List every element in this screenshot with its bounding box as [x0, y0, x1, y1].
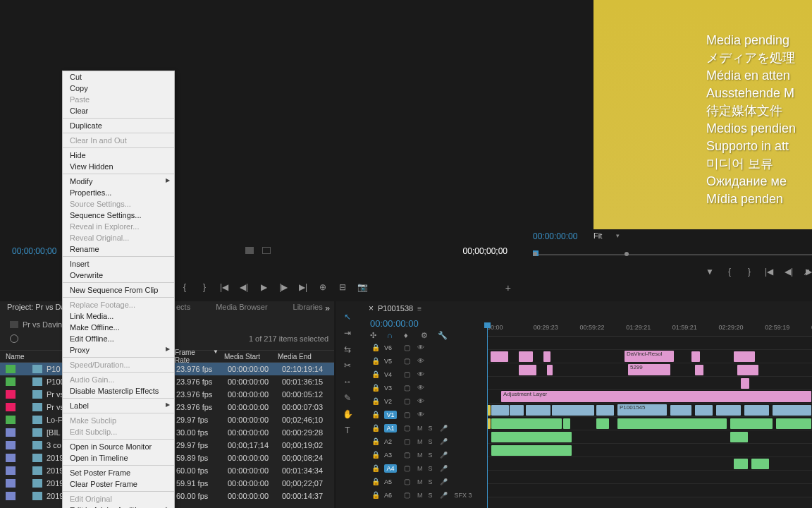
menu-item[interactable]: Set Poster Frame — [63, 467, 174, 478]
snap-icon[interactable]: ✣ — [370, 331, 380, 341]
timeline-clip[interactable] — [730, 432, 748, 442]
timeline-track[interactable] — [487, 484, 812, 497]
timeline-clip[interactable] — [751, 459, 769, 469]
menu-item[interactable]: Sequence Settings... — [63, 210, 174, 221]
solo-button[interactable]: S — [429, 438, 433, 445]
timeline-clip[interactable] — [552, 405, 594, 416]
fit-dropdown[interactable]: Fit ▾ — [593, 231, 620, 240]
video-track-header[interactable]: 🔒V3▢👁 — [366, 381, 486, 394]
source-view-btn-2[interactable] — [262, 247, 271, 254]
link-icon[interactable]: ∩ — [387, 331, 397, 341]
export-frame-icon[interactable]: ↗ — [803, 267, 811, 277]
slip-tool-icon[interactable]: ↔ — [342, 376, 353, 387]
lock-icon[interactable]: 🔒 — [371, 424, 380, 432]
timeline-clip[interactable] — [526, 405, 550, 416]
eye-icon[interactable]: 👁 — [417, 357, 424, 365]
lock-icon[interactable]: 🔒 — [371, 478, 380, 485]
source-plus-icon[interactable]: + — [505, 282, 511, 294]
timeline-track[interactable] — [487, 377, 812, 390]
track-id[interactable]: A5 — [384, 478, 397, 485]
lock-icon[interactable]: 🔒 — [371, 491, 380, 499]
timeline-clip[interactable] — [730, 418, 773, 429]
toggle-output-icon[interactable]: ▢ — [404, 491, 410, 499]
go-to-in-icon[interactable]: |◀ — [764, 267, 774, 277]
step-back-icon[interactable]: ◀| — [239, 282, 249, 292]
timeline-clip[interactable]: 5299 — [628, 364, 670, 375]
menu-item[interactable]: Modify▶ — [63, 176, 174, 187]
menu-item[interactable]: Make Offline... — [63, 322, 174, 333]
razor-tool-icon[interactable]: ✂ — [342, 360, 353, 371]
timeline-canvas[interactable]: 00:0000:29:2300:59:2201:29:2101:59:2102:… — [487, 322, 812, 508]
menu-item[interactable]: Edit Offline... — [63, 333, 174, 344]
solo-button[interactable]: S — [429, 452, 433, 459]
mic-icon[interactable]: 🎤 — [440, 465, 448, 472]
col-media-start[interactable]: Media Start — [219, 353, 272, 361]
track-id[interactable]: A6 — [384, 492, 397, 499]
timeline-clip[interactable] — [734, 351, 755, 362]
lock-icon[interactable]: 🔒 — [371, 384, 380, 392]
menu-item[interactable]: Clear — [63, 105, 174, 116]
lock-icon[interactable]: 🔒 — [371, 411, 380, 418]
menu-item[interactable]: Cut — [63, 71, 174, 83]
timeline-track[interactable] — [487, 457, 812, 471]
menu-item[interactable]: Label▶ — [63, 400, 174, 411]
timeline-clip[interactable] — [695, 365, 703, 375]
eye-icon[interactable]: 👁 — [417, 344, 424, 351]
menu-item[interactable]: Open in Source Monitor — [63, 441, 174, 452]
menu-item[interactable]: Duplicate — [63, 120, 174, 131]
mute-button[interactable]: M — [417, 492, 423, 499]
lock-icon[interactable]: 🔒 — [371, 464, 380, 472]
toggle-output-icon[interactable]: ▢ — [404, 411, 410, 418]
type-tool-icon[interactable]: T — [342, 425, 353, 436]
timeline-clip[interactable] — [491, 418, 562, 429]
lock-icon[interactable]: 🔒 — [371, 451, 380, 459]
mark-in-icon[interactable]: { — [725, 267, 734, 277]
timeline-clip[interactable]: Adjustment Layer — [501, 391, 811, 402]
menu-item[interactable]: Edit in Adobe Audition▶ — [63, 504, 174, 508]
track-id[interactable]: V1 — [384, 411, 397, 419]
timeline-ruler[interactable]: 00:0000:29:2300:59:2201:29:2101:59:2102:… — [487, 322, 812, 337]
toggle-output-icon[interactable]: ▢ — [404, 424, 410, 432]
timeline-clip[interactable] — [716, 405, 741, 416]
mic-icon[interactable]: 🎤 — [440, 425, 448, 432]
timeline-track[interactable] — [487, 471, 812, 484]
toggle-output-icon[interactable]: ▢ — [404, 437, 410, 445]
step-back-icon[interactable]: ◀| — [784, 267, 794, 277]
video-track-header[interactable]: 🔒V6▢👁 — [366, 341, 486, 354]
timeline-track[interactable] — [487, 417, 812, 430]
video-track-header[interactable]: 🔒V4▢👁 — [366, 368, 486, 381]
go-to-in-icon[interactable]: |◀ — [219, 282, 229, 292]
timeline-track[interactable]: DaVinci-Resol — [487, 350, 812, 363]
panel-menu-icon[interactable]: » — [325, 303, 330, 313]
overwrite-icon[interactable]: ⊟ — [338, 282, 347, 292]
col-media-end[interactable]: Media End — [272, 353, 321, 361]
export-frame-icon[interactable]: 📷 — [357, 282, 367, 292]
program-mini-ruler[interactable] — [533, 250, 812, 259]
timeline-track[interactable] — [487, 430, 812, 444]
menu-item[interactable]: Open in Timeline — [63, 452, 174, 464]
mark-out-icon[interactable]: } — [744, 267, 754, 277]
menu-item[interactable]: Copy — [63, 83, 174, 94]
eye-icon[interactable]: 👁 — [417, 397, 424, 405]
add-marker-icon[interactable]: ▼ — [705, 267, 715, 277]
toggle-output-icon[interactable]: ▢ — [404, 357, 410, 365]
timeline-clip[interactable] — [547, 365, 553, 375]
timeline-clip[interactable] — [491, 445, 572, 456]
toggle-output-icon[interactable]: ▢ — [404, 397, 410, 405]
audio-track-header[interactable]: 🔒A2▢MS🎤 — [366, 435, 486, 448]
solo-button[interactable]: S — [429, 478, 433, 485]
timeline-clip[interactable] — [670, 405, 691, 416]
mute-button[interactable]: M — [417, 465, 423, 472]
toggle-output-icon[interactable]: ▢ — [404, 464, 410, 472]
mic-icon[interactable]: 🎤 — [440, 492, 448, 499]
mute-button[interactable]: M — [417, 438, 423, 445]
timeline-track[interactable]: P1001545 — [487, 404, 812, 417]
play-icon[interactable]: ▶ — [259, 282, 269, 292]
timeline-track[interactable]: 5299 — [487, 363, 812, 377]
wrench-icon[interactable]: 🔧 — [438, 331, 448, 341]
mute-button[interactable]: M — [417, 452, 423, 459]
hand-tool-icon[interactable]: ✋ — [342, 409, 353, 420]
sequence-name[interactable]: P1001538 — [378, 304, 413, 313]
go-to-out-icon[interactable]: ▶| — [298, 282, 308, 292]
ripple-tool-icon[interactable]: ⇆ — [342, 344, 353, 355]
